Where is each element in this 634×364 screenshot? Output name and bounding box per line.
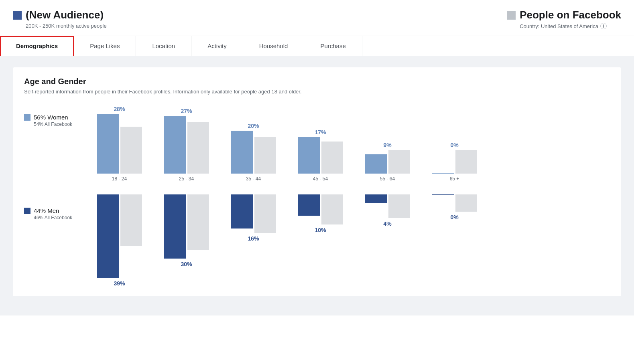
women-bg-bar-1 (187, 122, 209, 174)
bar-group-women-35- 44: 20%35 - 44 (222, 123, 284, 182)
section-description: Self-reported information from people in… (24, 89, 610, 95)
men-fg-bar-3 (298, 194, 320, 216)
women-bg-bar-3 (321, 142, 343, 174)
men-chart-row: 39%30%16%10%4%0% (88, 191, 610, 287)
age-label-women-0: 18 - 24 (112, 176, 127, 182)
legend-women-icon (24, 114, 30, 121)
tab-activity[interactable]: Activity (191, 36, 243, 56)
section-title: Age and Gender (24, 77, 610, 86)
men-bg-bar-2 (254, 194, 276, 233)
charts-container: 28%18 - 2427%25 - 3420%35 - 4417%45 - 54… (88, 106, 610, 287)
women-pct-label-1: 27% (181, 108, 192, 114)
bar-group-men-18- 24: 39% (88, 194, 150, 287)
facebook-icon (507, 11, 516, 20)
men-fg-bar-5 (432, 194, 454, 195)
legend-men-all-fb: 46% All Facebook (34, 215, 88, 220)
legend-women-row: 56% Women (24, 114, 88, 121)
women-pct-label-0: 28% (114, 106, 125, 112)
women-bg-bar-5 (455, 150, 477, 174)
charts-area: 56% Women 54% All Facebook 44% Men 46% A… (24, 106, 610, 287)
bar-group-men-35- 44: 16% (222, 194, 284, 242)
women-bg-bar-4 (388, 150, 410, 174)
section-card: Age and Gender Self-reported information… (13, 67, 621, 296)
header: (New Audience) 200K - 250K monthly activ… (0, 0, 634, 36)
men-fg-bar-0 (97, 194, 119, 278)
age-label-women-1: 25 - 34 (179, 176, 194, 182)
women-fg-bar-4 (365, 154, 387, 174)
fb-country-text: Country: United States of America (520, 23, 598, 29)
men-pct-label-2: 16% (248, 235, 259, 242)
bar-group-women-18- 24: 28%18 - 24 (88, 106, 150, 182)
audience-icon (13, 11, 22, 20)
legend-women-pct: 56% Women (34, 114, 68, 121)
men-pct-label-1: 30% (181, 261, 192, 267)
audience-subtitle: 200K - 250K monthly active people (26, 23, 107, 29)
women-fg-bar-5 (432, 173, 454, 174)
bar-group-women-45- 54: 17%45 - 54 (289, 129, 352, 182)
bar-group-women-65+: 0%65 + (423, 142, 486, 182)
page-wrapper: (New Audience) 200K - 250K monthly activ… (0, 0, 634, 364)
women-pct-label-3: 17% (315, 129, 326, 135)
bar-group-men-45- 54: 10% (289, 194, 352, 233)
bar-group-men-55- 64: 4% (356, 194, 419, 227)
men-pct-label-3: 10% (315, 227, 326, 233)
bar-group-men-65+: 0% (423, 194, 486, 220)
legend-side: 56% Women 54% All Facebook 44% Men 46% A… (24, 106, 88, 223)
audience-title-row: (New Audience) (13, 9, 107, 21)
bar-group-women-25- 34: 27%25 - 34 (155, 108, 217, 182)
legend-men-icon (24, 208, 30, 214)
tab-page-likes[interactable]: Page Likes (74, 36, 136, 56)
header-left: (New Audience) 200K - 250K monthly activ… (13, 9, 107, 29)
women-bg-bar-0 (120, 127, 142, 174)
info-icon[interactable]: i (600, 23, 607, 29)
men-pct-label-0: 39% (114, 280, 125, 287)
tab-purchase[interactable]: Purchase (304, 36, 362, 56)
tab-location[interactable]: Location (136, 36, 191, 56)
age-label-women-2: 35 - 44 (246, 176, 261, 182)
women-fg-bar-1 (164, 116, 186, 174)
age-label-women-4: 55 - 64 (380, 176, 395, 182)
women-pct-label-5: 0% (450, 142, 458, 148)
fb-title: People on Facebook (520, 9, 621, 21)
men-bg-bar-3 (321, 194, 343, 224)
women-fg-bar-3 (298, 137, 320, 174)
tab-household[interactable]: Household (243, 36, 305, 56)
fb-subtitle: Country: United States of America i (520, 23, 607, 29)
men-bg-bar-1 (187, 194, 209, 250)
tab-demographics[interactable]: Demographics (0, 36, 74, 56)
women-fg-bar-2 (231, 131, 253, 174)
age-label-women-3: 45 - 54 (313, 176, 328, 182)
women-fg-bar-0 (97, 114, 119, 174)
women-chart-row: 28%18 - 2427%25 - 3420%35 - 4417%45 - 54… (88, 106, 610, 185)
tabs-container: Demographics Page Likes Location Activit… (0, 36, 634, 56)
women-bg-bar-2 (254, 137, 276, 174)
men-bg-bar-4 (388, 194, 410, 218)
main-content: Age and Gender Self-reported information… (0, 56, 634, 315)
age-label-women-5: 65 + (450, 176, 459, 182)
men-fg-bar-2 (231, 194, 253, 229)
legend-men-row: 44% Men (24, 207, 88, 214)
men-fg-bar-4 (365, 194, 387, 203)
women-pct-label-2: 20% (248, 123, 259, 129)
women-pct-label-4: 9% (383, 142, 391, 148)
men-bg-bar-5 (455, 194, 477, 212)
men-pct-label-4: 4% (383, 220, 391, 227)
header-right: People on Facebook Country: United State… (507, 9, 621, 29)
men-pct-label-5: 0% (450, 214, 458, 220)
legend-men-pct: 44% Men (34, 207, 59, 214)
bar-group-women-55- 64: 9%55 - 64 (356, 142, 419, 182)
men-fg-bar-1 (164, 194, 186, 259)
legend-women: 56% Women 54% All Facebook (24, 114, 88, 127)
facebook-people-title-row: People on Facebook (507, 9, 621, 21)
audience-title: (New Audience) (26, 9, 104, 21)
bar-group-men-25- 34: 30% (155, 194, 217, 267)
men-bg-bar-0 (120, 194, 142, 246)
legend-women-all-fb: 54% All Facebook (34, 121, 88, 127)
legend-men: 44% Men 46% All Facebook (24, 207, 88, 220)
